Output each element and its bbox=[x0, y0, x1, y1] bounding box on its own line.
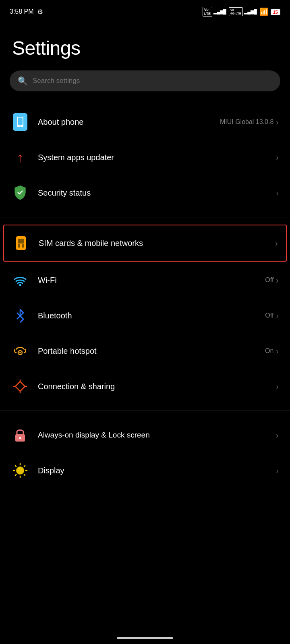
signal-bars-2: ▂▄▆█ bbox=[244, 9, 257, 14]
display-content: Display bbox=[38, 466, 267, 475]
settings-item-wifi[interactable]: Wi-Fi Off › bbox=[0, 262, 290, 298]
connection-sharing-right: › bbox=[276, 382, 279, 391]
sim-cards-content: SIM cards & mobile networks bbox=[39, 239, 266, 248]
always-on-display-label: Always-on display & Lock screen bbox=[38, 431, 267, 440]
search-input[interactable] bbox=[33, 77, 272, 85]
about-phone-content: About phone bbox=[38, 118, 211, 127]
hotspot-label: Portable hotspot bbox=[38, 347, 256, 356]
status-right: VoLTE ▂▄▆█ Vo4G LTE ▂▄▆█ 📶 15 bbox=[203, 7, 280, 17]
about-phone-right: MIUI Global 13.0.8 › bbox=[220, 118, 279, 127]
wifi-content: Wi-Fi bbox=[38, 276, 256, 285]
bluetooth-value: Off bbox=[265, 312, 273, 319]
volte-badge-2: Vo4G LTE bbox=[229, 7, 243, 16]
connection-sharing-icon bbox=[11, 378, 29, 395]
svg-line-21 bbox=[24, 466, 25, 466]
hotspot-content: Portable hotspot bbox=[38, 347, 256, 356]
update-icon: ↑ bbox=[11, 149, 29, 166]
svg-rect-1 bbox=[18, 118, 23, 125]
hotspot-right: On › bbox=[265, 347, 279, 356]
settings-item-connection-sharing[interactable]: Connection & sharing › bbox=[0, 369, 290, 404]
svg-point-11 bbox=[19, 352, 21, 353]
status-bar: 3:58 PM ⚙ VoLTE ▂▄▆█ Vo4G LTE ▂▄▆█ 📶 15 bbox=[0, 0, 290, 21]
svg-point-14 bbox=[16, 466, 24, 475]
display-label: Display bbox=[38, 466, 267, 475]
svg-line-9 bbox=[17, 316, 20, 319]
sim-icon bbox=[12, 234, 30, 252]
connection-sharing-chevron: › bbox=[276, 382, 279, 391]
hotspot-icon bbox=[11, 342, 29, 360]
lock-screen-icon bbox=[11, 426, 29, 444]
about-phone-label: About phone bbox=[38, 118, 211, 127]
divider-1 bbox=[0, 217, 290, 217]
wifi-chevron: › bbox=[276, 276, 279, 285]
sim-cards-chevron: › bbox=[275, 239, 278, 248]
always-on-display-content: Always-on display & Lock screen bbox=[38, 431, 267, 440]
svg-point-2 bbox=[20, 126, 21, 127]
about-phone-value: MIUI Global 13.0.8 bbox=[220, 118, 273, 126]
time-display: 3:58 PM bbox=[10, 8, 34, 15]
display-icon bbox=[11, 462, 29, 479]
display-right: › bbox=[276, 466, 279, 475]
signal-group-2: Vo4G LTE ▂▄▆█ bbox=[229, 7, 257, 16]
divider-2 bbox=[0, 411, 290, 411]
section-connectivity: SIM cards & mobile networks › Wi-Fi Off … bbox=[0, 221, 290, 407]
security-status-content: Security status bbox=[38, 188, 267, 198]
page-title: Settings bbox=[0, 21, 290, 67]
wifi-right: Off › bbox=[265, 276, 279, 285]
settings-item-bluetooth[interactable]: Bluetooth Off › bbox=[0, 298, 290, 333]
security-status-chevron: › bbox=[276, 188, 279, 198]
section-top: About phone MIUI Global 13.0.8 › ↑ Syste… bbox=[0, 101, 290, 214]
bluetooth-right: Off › bbox=[265, 311, 279, 320]
bluetooth-icon bbox=[11, 307, 29, 324]
gear-icon: ⚙ bbox=[37, 8, 43, 16]
svg-rect-5 bbox=[18, 244, 20, 248]
sim-cards-right: › bbox=[275, 239, 278, 248]
connection-sharing-label: Connection & sharing bbox=[38, 382, 267, 391]
svg-line-20 bbox=[24, 475, 25, 475]
search-icon: 🔍 bbox=[18, 76, 28, 86]
svg-line-19 bbox=[15, 466, 16, 466]
display-chevron: › bbox=[276, 466, 279, 475]
wifi-settings-icon bbox=[11, 271, 29, 289]
svg-line-22 bbox=[15, 475, 16, 475]
search-bar[interactable]: 🔍 bbox=[10, 70, 280, 91]
svg-rect-6 bbox=[22, 244, 24, 248]
settings-item-about-phone[interactable]: About phone MIUI Global 13.0.8 › bbox=[0, 104, 290, 140]
sim-cards-label: SIM cards & mobile networks bbox=[39, 239, 266, 248]
security-status-right: › bbox=[276, 188, 279, 198]
phone-icon bbox=[11, 113, 29, 131]
home-indicator bbox=[117, 637, 173, 639]
wifi-value: Off bbox=[265, 277, 273, 284]
svg-rect-4 bbox=[18, 239, 24, 244]
settings-item-system-apps-updater[interactable]: ↑ System apps updater › bbox=[0, 140, 290, 175]
hotspot-value: On bbox=[265, 347, 273, 355]
settings-item-security-status[interactable]: Security status › bbox=[0, 175, 290, 211]
hotspot-chevron: › bbox=[276, 347, 279, 356]
volte-badge-1: VoLTE bbox=[203, 7, 212, 17]
signal-bars-1: ▂▄▆█ bbox=[213, 9, 226, 14]
settings-item-hotspot[interactable]: Portable hotspot On › bbox=[0, 333, 290, 369]
signal-group-1: VoLTE ▂▄▆█ bbox=[203, 7, 226, 17]
bluetooth-label: Bluetooth bbox=[38, 311, 256, 320]
battery-indicator: 15 bbox=[271, 9, 280, 15]
connection-sharing-content: Connection & sharing bbox=[38, 382, 267, 391]
svg-point-7 bbox=[19, 284, 21, 286]
system-apps-updater-content: System apps updater bbox=[38, 153, 267, 162]
settings-item-display[interactable]: Display › bbox=[0, 453, 290, 488]
system-apps-right: › bbox=[276, 153, 279, 162]
bluetooth-content: Bluetooth bbox=[38, 311, 256, 320]
system-apps-chevron: › bbox=[276, 153, 279, 162]
always-on-display-chevron: › bbox=[276, 431, 279, 440]
wifi-label: Wi-Fi bbox=[38, 276, 256, 285]
wifi-icon: 📶 bbox=[259, 7, 268, 16]
about-phone-chevron: › bbox=[276, 118, 279, 127]
security-status-label: Security status bbox=[38, 188, 267, 198]
status-left: 3:58 PM ⚙ bbox=[10, 8, 43, 16]
bluetooth-chevron: › bbox=[276, 311, 279, 320]
svg-rect-13 bbox=[19, 437, 21, 439]
section-display: Always-on display & Lock screen › Displa… bbox=[0, 414, 290, 491]
settings-item-sim-cards[interactable]: SIM cards & mobile networks › bbox=[3, 225, 287, 262]
shield-icon bbox=[11, 184, 29, 202]
always-on-display-right: › bbox=[276, 431, 279, 440]
settings-item-always-on-display[interactable]: Always-on display & Lock screen › bbox=[0, 417, 290, 453]
